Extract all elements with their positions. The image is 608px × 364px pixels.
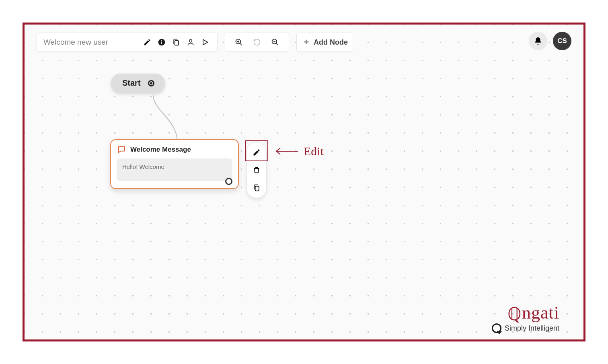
reset-zoom-icon[interactable]: [250, 35, 264, 49]
start-node-label: Start: [122, 78, 141, 88]
edit-annotation-label: Edit: [304, 144, 324, 158]
svg-line-7: [240, 43, 242, 45]
flow-canvas[interactable]: Welcome new user: [25, 25, 583, 339]
flow-title[interactable]: Welcome new user: [42, 38, 140, 47]
start-node[interactable]: Start: [111, 74, 165, 93]
notifications-button[interactable]: [529, 32, 547, 50]
node-header: Welcome Message: [117, 145, 232, 154]
svg-point-4: [189, 39, 192, 42]
node-action-rail: [246, 142, 267, 198]
magnifier-icon: [492, 323, 501, 333]
add-node-button[interactable]: + Add Node: [296, 33, 353, 52]
header-right: CS: [529, 32, 571, 50]
delete-node-button[interactable]: [250, 163, 263, 177]
pencil-icon: [253, 148, 261, 156]
zoom-in-icon[interactable]: [232, 35, 246, 49]
arrow-left-icon: [275, 145, 299, 157]
copy-icon[interactable]: [169, 35, 183, 49]
svg-rect-1: [161, 41, 162, 44]
pencil-icon[interactable]: [140, 35, 154, 49]
bell-icon: [534, 37, 542, 45]
edit-node-button[interactable]: [250, 146, 263, 159]
add-node-label: Add Node: [314, 38, 348, 47]
welcome-message-node[interactable]: Welcome Message Hello! Welcome: [110, 139, 239, 189]
plus-icon: +: [302, 37, 311, 47]
node-body: Hello! Welcome: [117, 158, 232, 181]
svg-line-11: [276, 43, 278, 45]
message-icon: [117, 145, 126, 154]
title-toolbar: Welcome new user: [37, 33, 218, 52]
svg-rect-2: [161, 40, 162, 41]
logo-tagline: Simply Intelligent: [505, 324, 559, 333]
avatar-initials: CS: [557, 37, 567, 45]
svg-rect-13: [255, 186, 259, 191]
logo-brand: ℚngati: [492, 304, 559, 322]
zoom-out-icon[interactable]: [268, 35, 282, 49]
logo-tagline-row: Simply Intelligent: [492, 323, 559, 333]
connector-line: [145, 95, 181, 143]
engati-logo: ℚngati Simply Intelligent: [492, 304, 559, 333]
avatar[interactable]: CS: [553, 32, 571, 50]
edit-annotation: Edit: [275, 144, 324, 158]
play-icon[interactable]: [198, 35, 212, 49]
duplicate-node-button[interactable]: [250, 181, 263, 195]
start-output-port-icon[interactable]: [148, 80, 154, 86]
node-title: Welcome Message: [130, 146, 191, 154]
toolbar-row: Welcome new user: [37, 33, 353, 52]
svg-marker-5: [203, 39, 208, 45]
copy-icon: [253, 184, 261, 192]
trash-icon: [253, 166, 261, 174]
node-output-port[interactable]: [225, 178, 232, 185]
app-frame: Welcome new user: [23, 23, 585, 341]
svg-rect-3: [175, 41, 179, 45]
info-icon[interactable]: [154, 35, 169, 49]
zoom-toolbar: [225, 33, 289, 52]
user-icon[interactable]: [183, 35, 198, 49]
